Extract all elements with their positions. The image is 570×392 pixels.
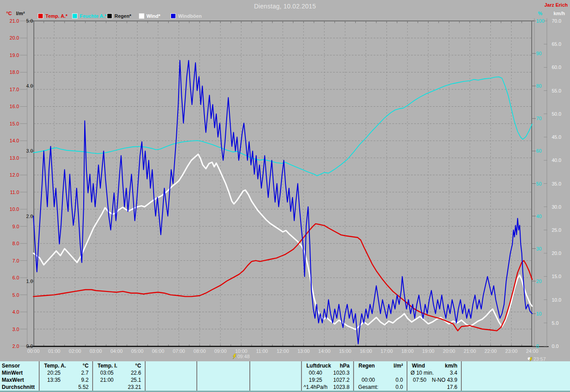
table-col-luftdruck: LuftdruckhPa00:401020.319:251027.2^1.4hP…: [301, 361, 353, 391]
cell-value: 25.1: [121, 376, 145, 384]
tick-label: 40: [536, 214, 550, 219]
tick-label: 14:00: [315, 348, 333, 354]
cell-value: 22.6: [121, 369, 145, 376]
cell-value: 17.6: [437, 384, 461, 391]
sun-bolt-icon: [232, 354, 236, 360]
table-col-tempa: Temp. A.°C20:252.713:359.25.52: [39, 361, 92, 391]
col-unit: [193, 362, 196, 369]
tick-label: 65.0: [552, 41, 568, 47]
cell-time: [250, 369, 277, 376]
col-header: Regen: [354, 362, 375, 369]
col-header: Luftdruck: [302, 362, 331, 369]
cell-time: 19:25: [302, 376, 329, 384]
tick-label: 4.0: [20, 83, 33, 89]
cell-time: [93, 384, 121, 391]
cell-time: [197, 384, 225, 391]
cell-time: 21:00: [93, 376, 121, 384]
tick-label: 12.0: [5, 172, 19, 178]
tick-label: 50.0: [552, 111, 568, 117]
cell-time: [40, 384, 68, 391]
marker-label: 09:48: [237, 354, 250, 359]
cell-value: [225, 369, 249, 376]
time-marker-0948: 09:48: [232, 354, 250, 360]
row-label: Durchschnitt: [0, 384, 39, 391]
table-col-empty: [196, 361, 249, 391]
tick-label: 18.0: [5, 69, 19, 75]
cell-value: 0.0: [383, 376, 407, 384]
tick-label: 0.0: [552, 344, 568, 349]
tick-label: 11:00: [253, 348, 271, 354]
legend-label: Temp. A.*: [45, 13, 68, 19]
cell-value: 2.7: [68, 369, 92, 376]
legend-item-2: Regen*: [107, 13, 131, 19]
cell-time: [354, 369, 383, 376]
tick-label: 5.0: [5, 292, 19, 298]
tick-label: 16.0: [5, 104, 19, 109]
cell-time: 00:00: [354, 376, 383, 384]
tick-label: 13:00: [295, 348, 313, 354]
tick-label: 30.0: [552, 204, 568, 210]
tick-label: 60: [536, 148, 550, 154]
legend-label: Wind*: [147, 13, 160, 19]
tick-label: 16:00: [357, 348, 375, 354]
cell-value: [383, 369, 407, 376]
tick-label: 01:00: [45, 348, 63, 354]
tick-label: 2.0: [20, 214, 33, 219]
tick-label: 05:00: [128, 348, 146, 354]
tick-label: 80: [536, 83, 550, 89]
tick-label: 6.0: [5, 275, 19, 280]
legend-item-1: Feuchte A.*: [72, 13, 106, 19]
cell-time: [146, 376, 172, 384]
legend-swatch-icon: [171, 13, 176, 19]
cell-value: [225, 376, 249, 384]
cell-time: 07:50: [407, 376, 432, 384]
tick-label: 03:00: [87, 348, 105, 354]
legend-label: Regen*: [114, 13, 131, 19]
tick-label: 35.0: [552, 181, 568, 186]
tick-label: 14.0: [5, 138, 19, 143]
table-row-labels: SensorMinWertMaxWertDurchschnitt: [0, 361, 39, 391]
cell-value: [225, 384, 249, 391]
tick-label: 2.0: [5, 344, 19, 349]
cell-value: 9.2: [68, 376, 92, 384]
col-unit: °C: [83, 362, 92, 369]
tick-label: 20: [536, 279, 550, 284]
legend-swatch-icon: [38, 13, 43, 19]
col-header: [250, 362, 255, 369]
tick-label: 7.0: [5, 258, 19, 263]
col-unit: hPa: [340, 362, 353, 369]
row-label: Sensor: [0, 362, 39, 369]
tick-label: 50: [536, 181, 550, 186]
tick-label: 21.0: [5, 18, 19, 24]
col-unit: °C: [135, 362, 145, 369]
cell-time: [146, 384, 172, 391]
tick-label: 10:00: [232, 348, 250, 354]
tick-label: 90: [536, 51, 550, 56]
cell-time: [250, 376, 277, 384]
tick-label: 20.0: [552, 251, 568, 256]
legend-swatch-icon: [72, 13, 77, 19]
col-header: Temp. I.: [93, 362, 117, 369]
weather-chart: [0, 0, 570, 361]
table-col-empty: [145, 361, 196, 391]
tick-label: 08:00: [191, 348, 208, 354]
legend-item-0: Temp. A.*: [38, 13, 68, 19]
cell-time: [407, 384, 437, 391]
row-label: MaxWert: [0, 376, 39, 384]
tick-label: 70: [536, 116, 550, 121]
legend-swatch-icon: [107, 13, 112, 19]
cell-value: 5.52: [68, 384, 92, 391]
legend-swatch-icon: [139, 13, 144, 19]
cell-value: 1020.3: [329, 369, 353, 376]
tick-label: 100: [536, 18, 550, 24]
tick-label: 5.0: [552, 320, 568, 326]
cell-time: Ø 10 min.: [407, 369, 437, 376]
table-col-regen: Regenl/m²00:000.0Gesamt:0.0: [353, 361, 407, 391]
cell-value: [172, 376, 196, 384]
tick-label: 06:00: [149, 348, 167, 354]
tick-label: 15:00: [336, 348, 354, 354]
legend-item-4: Windböen: [171, 13, 202, 19]
col-header: Temp. A.: [40, 362, 66, 369]
tick-label: 00:00: [24, 348, 42, 354]
tick-label: 4.0: [5, 309, 19, 315]
